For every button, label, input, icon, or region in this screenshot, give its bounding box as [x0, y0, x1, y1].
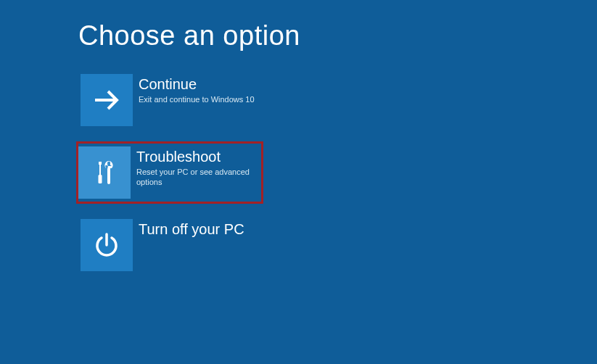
option-desc: Reset your PC or see advanced options: [136, 167, 258, 188]
option-turn-off[interactable]: Turn off your PC: [78, 217, 265, 273]
option-title: Troubleshoot: [136, 148, 258, 165]
option-text: Continue Exit and continue to Windows 10: [133, 74, 255, 104]
option-title: Continue: [139, 75, 255, 93]
option-troubleshoot[interactable]: Troubleshoot Reset your PC or see advanc…: [76, 141, 263, 204]
svg-rect-5: [108, 162, 110, 166]
option-text: Turn off your PC: [133, 219, 244, 239]
svg-rect-1: [99, 162, 102, 165]
svg-rect-3: [99, 175, 102, 183]
power-icon: [81, 219, 133, 271]
option-continue[interactable]: Continue Exit and continue to Windows 10: [78, 72, 265, 128]
arrow-right-icon: [81, 74, 133, 126]
options-list: Continue Exit and continue to Windows 10: [78, 72, 597, 273]
svg-rect-2: [99, 165, 101, 175]
option-text: Troubleshoot Reset your PC or see advanc…: [131, 146, 258, 188]
option-desc: Exit and continue to Windows 10: [139, 94, 255, 104]
tools-icon: [78, 146, 131, 199]
option-title: Turn off your PC: [139, 220, 244, 238]
page-title: Choose an option: [78, 20, 597, 51]
svg-rect-4: [107, 168, 110, 181]
